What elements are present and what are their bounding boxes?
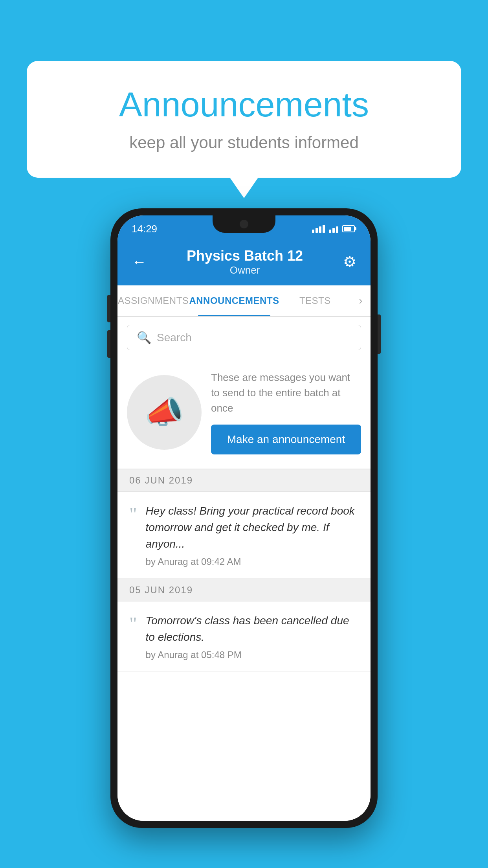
promo-content: These are messages you want to send to t…	[211, 370, 361, 454]
tab-more[interactable]: ›	[351, 294, 371, 307]
quote-icon-1: "	[129, 505, 137, 524]
wifi-bar-1	[329, 230, 331, 233]
announcement-meta-2: by Anurag at 05:48 PM	[146, 649, 359, 660]
phone-screen: 14:29	[117, 215, 371, 821]
phone-volume-down-button	[107, 330, 110, 358]
search-bar-wrapper: 🔍 Search	[117, 317, 371, 358]
header-title: Physics Batch 12	[187, 248, 303, 264]
wifi-signal-icon	[329, 225, 338, 233]
speech-bubble-subtitle: keep all your students informed	[58, 133, 430, 152]
app-header: ← Physics Batch 12 Owner ⚙	[117, 238, 371, 285]
phone-outer-shell: 14:29	[110, 208, 378, 828]
phone-notch	[213, 215, 275, 233]
promo-block: 📣 These are messages you want to send to…	[117, 358, 371, 469]
phone-volume-up-button	[107, 295, 110, 322]
signal-bar-2	[316, 228, 318, 233]
signal-bar-3	[319, 226, 321, 233]
search-icon: 🔍	[137, 331, 151, 344]
tab-assignments[interactable]: ASSIGNMENTS	[117, 285, 189, 316]
announcement-item-1: " Hey class! Bring your practical record…	[117, 492, 371, 579]
tabs-bar: ASSIGNMENTS ANNOUNCEMENTS TESTS ›	[117, 285, 371, 317]
phone-camera	[240, 220, 248, 228]
promo-description: These are messages you want to send to t…	[211, 370, 361, 416]
status-time: 14:29	[132, 223, 157, 235]
megaphone-icon-circle: 📣	[127, 375, 202, 450]
signal-bar-1	[312, 230, 314, 233]
battery-fill	[344, 227, 351, 231]
phone-power-button	[378, 314, 381, 354]
phone-mockup: 14:29	[110, 208, 378, 828]
header-title-group: Physics Batch 12 Owner	[187, 248, 303, 276]
tab-tests[interactable]: TESTS	[279, 285, 351, 316]
speech-bubble-title: Announcements	[58, 85, 430, 125]
search-input-placeholder[interactable]: Search	[157, 331, 192, 344]
back-button[interactable]: ←	[132, 254, 147, 270]
announcement-text-2: Tomorrow's class has been cancelled due …	[146, 612, 359, 645]
wifi-bar-2	[332, 228, 335, 233]
speech-bubble-section: Announcements keep all your students inf…	[27, 61, 461, 178]
make-announcement-button[interactable]: Make an announcement	[211, 425, 361, 454]
quote-icon-2: "	[129, 614, 137, 633]
announcement-item-2: " Tomorrow's class has been cancelled du…	[117, 601, 371, 672]
announcement-content-2: Tomorrow's class has been cancelled due …	[146, 612, 359, 660]
content-area: 🔍 Search 📣 These are messages you want t…	[117, 317, 371, 821]
announcement-text-1: Hey class! Bring your practical record b…	[146, 503, 359, 552]
date-header-2: 05 JUN 2019	[117, 579, 371, 601]
speech-bubble-card: Announcements keep all your students inf…	[27, 61, 461, 178]
settings-icon[interactable]: ⚙	[343, 253, 356, 270]
battery-icon	[342, 225, 355, 232]
search-bar[interactable]: 🔍 Search	[127, 325, 361, 350]
signal-bar-4	[323, 225, 325, 233]
tab-announcements[interactable]: ANNOUNCEMENTS	[189, 285, 279, 316]
header-subtitle: Owner	[187, 264, 303, 276]
announcement-content-1: Hey class! Bring your practical record b…	[146, 503, 359, 567]
signal-bars-icon	[312, 225, 325, 233]
date-header-1: 06 JUN 2019	[117, 469, 371, 492]
announcement-meta-1: by Anurag at 09:42 AM	[146, 556, 359, 567]
status-icons	[312, 225, 355, 233]
wifi-bar-3	[336, 226, 338, 233]
megaphone-icon: 📣	[145, 394, 184, 431]
